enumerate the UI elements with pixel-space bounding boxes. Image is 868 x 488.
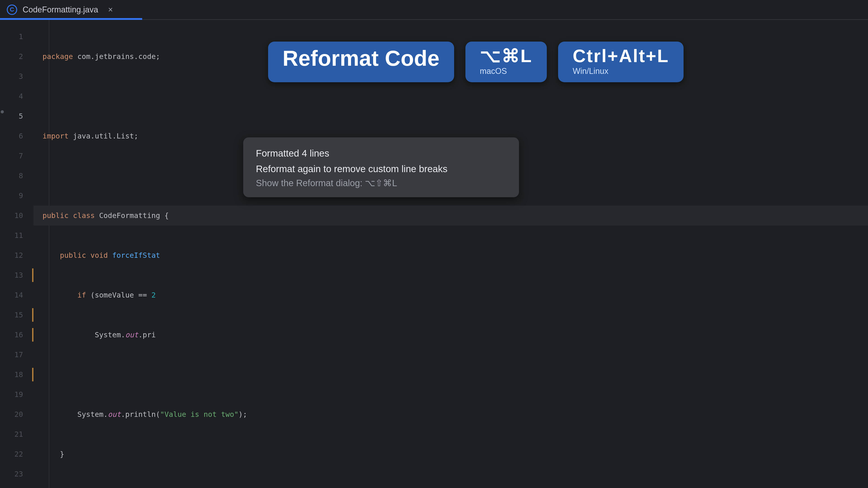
shortcut-banners: Reformat Code ⌥⌘L macOS Ctrl+Alt+L Win/L…: [268, 41, 684, 82]
line-number[interactable]: 20: [0, 404, 33, 424]
line-number[interactable]: 18: [0, 365, 33, 385]
line-number[interactable]: 21: [0, 424, 33, 444]
line-number[interactable]: 12: [0, 246, 33, 265]
code-line[interactable]: }: [42, 444, 868, 464]
line-number[interactable]: 3: [0, 66, 33, 86]
line-number[interactable]: 14: [0, 285, 33, 305]
tooltip-line1: Formatted 4 lines: [256, 145, 506, 161]
line-number[interactable]: 19: [0, 385, 33, 404]
line-number[interactable]: 17: [0, 345, 33, 365]
code-line[interactable]: public void forceIfStat: [42, 246, 868, 265]
line-number[interactable]: 1: [0, 27, 33, 46]
code-line[interactable]: if (someValue == 2: [42, 285, 868, 305]
line-number[interactable]: 11: [0, 225, 33, 246]
tooltip-line3: Show the Reformat dialog: ⌥⇧⌘L: [256, 178, 506, 188]
line-number[interactable]: 23: [0, 464, 33, 484]
reformat-tooltip: Formatted 4 lines Reformat again to remo…: [243, 137, 519, 197]
java-class-icon: C: [7, 4, 17, 15]
code-line[interactable]: [42, 365, 868, 385]
tab-label: CodeFormatting.java: [23, 5, 98, 14]
banner-macos: ⌥⌘L macOS: [465, 41, 547, 82]
line-number[interactable]: 13: [0, 265, 33, 285]
banner-macos-shortcut: ⌥⌘L: [480, 47, 532, 65]
code-line[interactable]: System.out.println("Value is not two");: [42, 404, 868, 424]
code-line[interactable]: public class CodeFormatting {: [33, 205, 868, 225]
code-line[interactable]: [42, 484, 868, 488]
line-number[interactable]: 6: [0, 126, 33, 146]
line-number-gutter[interactable]: 1234567891011121314151617181920212223: [0, 20, 33, 488]
code-line[interactable]: [42, 86, 868, 106]
line-number[interactable]: 22: [0, 444, 33, 464]
line-number[interactable]: 9: [0, 186, 33, 205]
banner-macos-os: macOS: [480, 66, 532, 76]
close-icon[interactable]: ×: [108, 5, 113, 14]
code-line[interactable]: System.out.pri: [42, 325, 868, 345]
line-number[interactable]: 8: [0, 166, 33, 186]
line-number[interactable]: 4: [0, 86, 33, 106]
banner-win-shortcut: Ctrl+Alt+L: [572, 47, 669, 65]
editor[interactable]: 1234567891011121314151617181920212223 pa…: [0, 20, 868, 488]
line-number[interactable]: 10: [0, 205, 33, 225]
line-number[interactable]: 7: [0, 146, 33, 166]
banner-action-label: Reformat Code: [283, 47, 440, 70]
tab-codeformatting[interactable]: C CodeFormatting.java ×: [4, 0, 122, 19]
line-number[interactable]: 15: [0, 305, 33, 325]
banner-action: Reformat Code: [268, 41, 454, 82]
tooltip-line2: Reformat again to remove custom line bre…: [256, 161, 506, 177]
line-number[interactable]: 16: [0, 325, 33, 345]
line-number[interactable]: 2: [0, 46, 33, 66]
code-area[interactable]: package com.jetbrains.code; import java.…: [33, 20, 868, 488]
line-number[interactable]: 5: [0, 106, 33, 126]
tab-bar: C CodeFormatting.java ×: [0, 0, 868, 20]
banner-win-os: Win/Linux: [572, 66, 669, 76]
banner-winlinux: Ctrl+Alt+L Win/Linux: [558, 41, 684, 82]
